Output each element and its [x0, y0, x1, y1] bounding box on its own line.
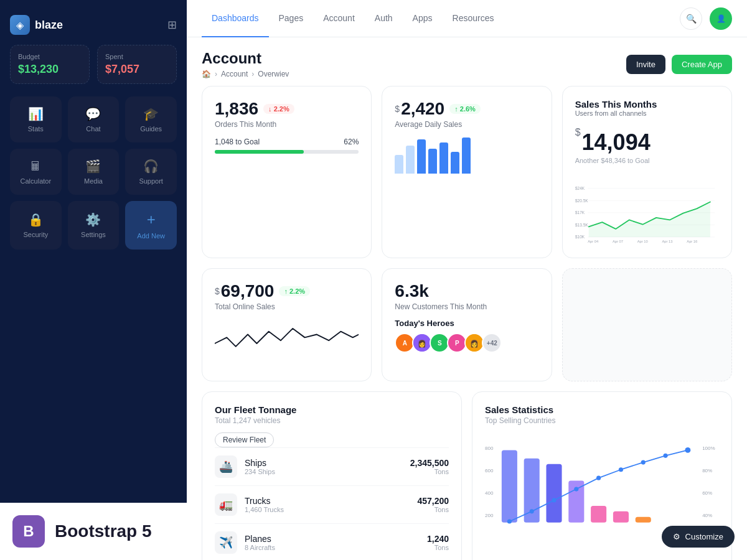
daily-sales-badge: ↑ 2.6% — [449, 104, 481, 114]
bar-country-7 — [636, 517, 651, 523]
orders-progress: 1,048 to Goal 62% — [215, 138, 359, 154]
customers-label: New Customers This Month — [395, 302, 538, 311]
sidebar-item-chat[interactable]: 💬 Chat — [68, 96, 120, 142]
sidebar-item-stats[interactable]: 📊 Stats — [10, 96, 62, 142]
progress-bar — [215, 150, 359, 154]
line-chart: $24K $20.5K $17K $13.5K $10K — [575, 170, 719, 245]
calculator-label: Calculator — [21, 177, 52, 185]
fleet-title: Our Fleet Tonnage — [215, 404, 449, 415]
main-content: Dashboards Pages Account Auth Apps Resou… — [187, 0, 747, 560]
nav-resources[interactable]: Resources — [443, 0, 504, 37]
breadcrumb-account[interactable]: Account — [221, 70, 248, 78]
big-number-area: $ 14,094 — [575, 123, 719, 156]
online-sales-badge: ↑ 2.2% — [279, 286, 310, 296]
bar-4 — [428, 149, 437, 174]
planes-value: 1,240 — [427, 534, 449, 544]
top-nav: Dashboards Pages Account Auth Apps Resou… — [187, 0, 747, 37]
svg-text:400: 400 — [485, 490, 494, 496]
heroes-title: Today's Heroes — [395, 319, 538, 328]
guides-icon: 🎓 — [143, 106, 159, 121]
budget-label: Budget — [18, 53, 82, 60]
svg-text:200: 200 — [485, 513, 494, 518]
heroes-section: Today's Heroes A 👩 S P 👩 +42 — [395, 319, 538, 353]
sidebar-item-add-new[interactable]: + Add New — [125, 201, 177, 250]
heroes-avatars: A 👩 S P 👩 +42 — [395, 333, 538, 353]
stats-row-2: $ 69,700 ↑ 2.2% Total Online Sales 6.3k … — [202, 268, 732, 381]
sidebar: ◈ blaze ⊞ Budget $13,230 Spent $7,057 📊 … — [0, 0, 187, 560]
guides-label: Guides — [140, 125, 162, 133]
settings-icon: ⚙️ — [85, 212, 101, 227]
create-app-button[interactable]: Create App — [672, 55, 732, 74]
svg-text:👩: 👩 — [470, 339, 479, 348]
trucks-count: 1,460 Trucks — [245, 506, 417, 513]
trucks-amount: 457,200 Tons — [417, 496, 449, 513]
nav-account[interactable]: Account — [313, 0, 365, 37]
support-label: Support — [139, 177, 163, 185]
planes-unit: Tons — [427, 544, 449, 551]
sales-prefix: $ — [575, 127, 581, 138]
nav-pages[interactable]: Pages — [269, 0, 314, 37]
sidebar-item-media[interactable]: 🎬 Media — [68, 149, 120, 195]
bar-country-6 — [613, 511, 629, 523]
progress-pct: 62% — [344, 138, 359, 146]
nav-apps[interactable]: Apps — [403, 0, 443, 37]
sidebar-item-settings[interactable]: ⚙️ Settings — [68, 201, 120, 250]
sidebar-item-calculator[interactable]: 🖩 Calculator — [10, 149, 62, 195]
customers-value: 6.3k — [395, 281, 429, 301]
trucks-icon: 🚛 — [215, 493, 237, 516]
add-icon: + — [147, 211, 156, 228]
trucks-value: 457,200 — [417, 496, 449, 506]
trucks-name: Trucks — [245, 496, 417, 506]
invite-button[interactable]: Invite — [626, 55, 665, 74]
svg-text:600: 600 — [485, 468, 494, 474]
nav-auth[interactable]: Auth — [365, 0, 403, 37]
ships-value: 2,345,500 — [410, 458, 449, 468]
review-fleet-button[interactable]: Review Fleet — [215, 432, 274, 447]
customize-button[interactable]: ⚙ Customize — [662, 526, 735, 548]
spent-label: Spent — [105, 53, 169, 60]
spent-card: Spent $7,057 — [97, 45, 177, 84]
dot-9 — [685, 447, 690, 453]
page-title: Account — [202, 50, 289, 67]
svg-text:👩: 👩 — [418, 339, 426, 348]
ships-icon: 🚢 — [215, 455, 237, 478]
orders-value: 1,836 — [215, 99, 258, 119]
bootstrap-icon: B — [12, 515, 45, 548]
customize-icon: ⚙ — [673, 532, 680, 541]
sidebar-item-security[interactable]: 🔒 Security — [10, 201, 62, 250]
daily-sales-label: Average Daily Sales — [395, 120, 538, 129]
dashboard-content: 1,836 ↓ 2.2% Orders This Month 1,048 to … — [187, 86, 747, 560]
svg-text:Apr 04: Apr 04 — [588, 240, 599, 243]
user-avatar[interactable]: 👤 — [710, 7, 732, 30]
page-title-area: Account 🏠 › Account › Overwiev — [202, 50, 289, 78]
sidebar-item-support[interactable]: 🎧 Support — [125, 149, 177, 195]
customize-label: Customize — [685, 532, 723, 541]
svg-text:$10K: $10K — [575, 235, 585, 239]
nav-right: 🔍 👤 — [680, 7, 732, 30]
trucks-info: Trucks 1,460 Trucks — [245, 496, 417, 513]
sales-stats-title: Sales Statistics — [485, 404, 719, 415]
bar-country-5 — [591, 506, 606, 523]
fleet-planes: ✈️ Planes 8 Aircrafts 1,240 Tons — [215, 523, 449, 560]
svg-text:Apr 10: Apr 10 — [637, 240, 647, 243]
orders-badge: ↓ 2.2% — [263, 104, 294, 114]
fleet-subtitle: Total 1,247 vehicles — [215, 416, 449, 425]
svg-text:80%: 80% — [702, 468, 712, 474]
bottom-row: Our Fleet Tonnage Total 1,247 vehicles R… — [202, 391, 732, 560]
dot-6 — [619, 467, 623, 472]
menu-icon[interactable]: ⊞ — [167, 18, 177, 32]
bar-3 — [417, 139, 426, 174]
chat-icon: 💬 — [85, 106, 101, 121]
bar-chart — [395, 136, 538, 174]
nav-dashboards[interactable]: Dashboards — [202, 0, 269, 37]
search-button[interactable]: 🔍 — [680, 7, 702, 30]
fleet-trucks: 🚛 Trucks 1,460 Trucks 457,200 Tons — [215, 485, 449, 523]
sidebar-item-guides[interactable]: 🎓 Guides — [125, 96, 177, 142]
ships-amount: 2,345,500 Tons — [410, 458, 449, 475]
online-prefix: $ — [215, 286, 220, 296]
menu-grid: 📊 Stats 💬 Chat 🎓 Guides 🖩 Calculator 🎬 M… — [10, 96, 177, 250]
bar-1 — [395, 155, 403, 174]
svg-text:40%: 40% — [702, 513, 712, 518]
svg-text:100%: 100% — [702, 446, 715, 451]
chat-label: Chat — [86, 125, 100, 133]
